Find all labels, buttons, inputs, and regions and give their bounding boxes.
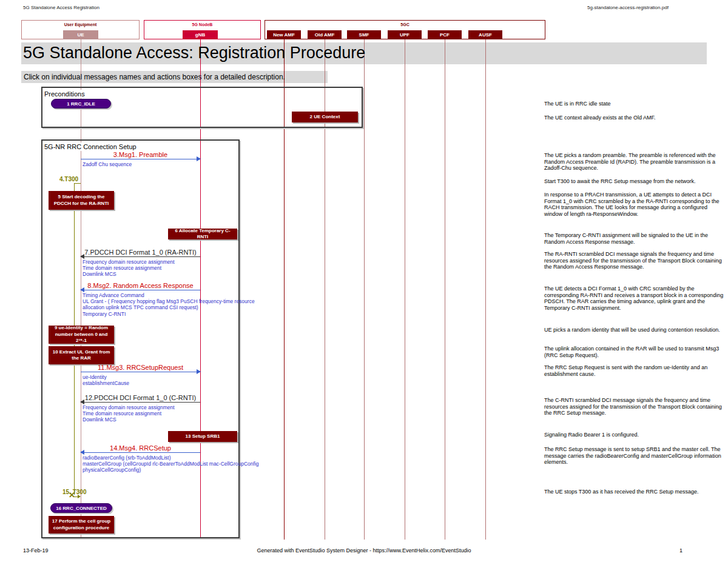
actor-pcf[interactable]: PCF bbox=[428, 30, 462, 39]
annotation-1: The UE is in RRC idle state bbox=[544, 101, 724, 107]
actor-upf[interactable]: UPF bbox=[388, 30, 422, 39]
preconditions-label: Preconditions bbox=[42, 90, 87, 98]
file-name: 5g-standalone-access-registration.pdf bbox=[587, 5, 669, 10]
sequence-diagram-page: 5G Standalone Access Registration 5g-sta… bbox=[0, 0, 728, 562]
message-11-arrow bbox=[81, 372, 200, 372]
lifeline-ausf bbox=[485, 39, 486, 540]
message-12-params: Frequency domain resource assignment Tim… bbox=[83, 404, 175, 423]
action-start-decoding-pdcch[interactable]: 5 Start decoding the PDCCH for the RA-RN… bbox=[49, 191, 114, 210]
footer-generator: Generated with EventStudio System Design… bbox=[0, 547, 728, 554]
actor-ue[interactable]: UE bbox=[63, 30, 98, 39]
message-7-arrow bbox=[81, 256, 200, 257]
action-extract-ul-grant[interactable]: 10 Extract UL Grant from the RAR bbox=[49, 346, 114, 364]
annotation-5: In response to a PRACH transmission, a U… bbox=[544, 192, 724, 217]
annotation-3: The UE picks a random preamble. The prea… bbox=[544, 152, 724, 172]
timer-connector-top bbox=[74, 183, 81, 184]
message-8-msg2-rar[interactable]: 8.Msg2. Random Access Response bbox=[81, 282, 200, 289]
annotation-4: Start T300 to await the RRC Setup messag… bbox=[544, 178, 724, 185]
actor-smf[interactable]: SMF bbox=[347, 30, 381, 39]
state-rrc-connected[interactable]: 16 RRC_CONNECTED bbox=[50, 503, 112, 513]
message-7-pdcch-dci-ra-rnti[interactable]: 7.PDCCH DCI Format 1_0 (RA-RNTI) bbox=[81, 249, 200, 256]
annotation-10: The uplink allocation contained in the R… bbox=[544, 346, 724, 358]
state-rrc-idle[interactable]: 1 RRC_IDLE bbox=[51, 99, 111, 109]
annotation-6: The Temporary C-RNTI assignment will be … bbox=[544, 232, 724, 245]
message-14-arrow bbox=[81, 452, 200, 453]
message-8-arrow bbox=[81, 290, 200, 290]
message-11-params: ue-Identity establishmentCause bbox=[83, 374, 129, 386]
annotation-13: Signaling Radio Bearer 1 is configured. bbox=[544, 432, 724, 438]
annotation-8: The UE detects a DCI Format 1_0 with CRC… bbox=[544, 286, 724, 311]
action-allocate-temporary-crnti[interactable]: 6 Allocate Temporary C-RNTI bbox=[168, 229, 237, 239]
message-7-params: Frequency domain resource assignment Tim… bbox=[83, 259, 175, 278]
timer-4-t300-start[interactable]: 4.T300 bbox=[59, 176, 78, 182]
message-3-msg1-preamble[interactable]: 3.Msg1. Preamble bbox=[81, 151, 200, 158]
action-cell-group-config[interactable]: 17 Perform the cell group configuration … bbox=[49, 516, 114, 534]
footer-page-number: 1 bbox=[679, 547, 682, 554]
action-ue-context[interactable]: 2 UE Context bbox=[292, 112, 358, 122]
lifeline-pcf bbox=[445, 39, 445, 540]
annotation-9: UE picks a random identity that will be … bbox=[544, 327, 724, 333]
actor-group-label-5g-nodeb: 5G NodeB bbox=[144, 22, 260, 27]
annotation-14: The RRC Setup message is sent to setup S… bbox=[544, 446, 724, 466]
message-14-params: radioBearerConfig (srb-ToAddModList) mas… bbox=[83, 455, 413, 473]
actor-new-amf[interactable]: New AMF bbox=[267, 30, 301, 39]
annotation-2: The UE context already exists at the Old… bbox=[544, 115, 724, 121]
actor-group-label-5gc: 5GC bbox=[265, 22, 545, 27]
message-12-arrow bbox=[81, 402, 200, 403]
message-8-params: Timing Advance Command UL Grant - ( Freq… bbox=[83, 292, 413, 317]
rrc-setup-label: 5G-NR RRC Connection Setup bbox=[42, 142, 138, 151]
page-title: 5G Standalone Access: Registration Proce… bbox=[23, 44, 365, 62]
action-setup-srb1[interactable]: 13 Setup SRB1 bbox=[168, 431, 237, 442]
actor-gnb[interactable]: gNB bbox=[183, 30, 218, 39]
timer-stop-x-icon: ✕ bbox=[69, 491, 75, 499]
document-title: 5G Standalone Access Registration bbox=[23, 5, 99, 10]
annotation-12: The C-RNTI scrambled DCI message signals… bbox=[544, 397, 724, 416]
page-subtitle: Click on individual messages names and a… bbox=[24, 73, 285, 81]
actor-ausf[interactable]: AUSF bbox=[468, 30, 502, 39]
message-3-arrow bbox=[81, 159, 200, 159]
message-11-msg3-rrcsetuprequest[interactable]: 11.Msg3. RRCSetupRequest bbox=[81, 364, 200, 371]
annotation-15: The UE stops T300 as it has received the… bbox=[544, 489, 724, 495]
message-12-pdcch-dci-c-rnti[interactable]: 12.PDCCH DCI Format 1_0 (C-RNTI) bbox=[81, 394, 200, 401]
annotation-11: The RRC Setup Request is sent with the r… bbox=[544, 364, 724, 377]
actor-old-amf[interactable]: Old AMF bbox=[308, 30, 342, 39]
annotation-7: The RA-RNTI scrambled DCI message signal… bbox=[544, 251, 724, 270]
actor-group-label-user-equipment: User Equipment bbox=[22, 22, 139, 27]
action-ue-identity-random[interactable]: 9 ue-Identity = Random number between 0 … bbox=[49, 326, 114, 344]
message-3-params: Zadoff Chu sequence bbox=[83, 161, 132, 167]
message-14-msg4-rrcsetup[interactable]: 14.Msg4. RRCSetup bbox=[81, 444, 200, 452]
